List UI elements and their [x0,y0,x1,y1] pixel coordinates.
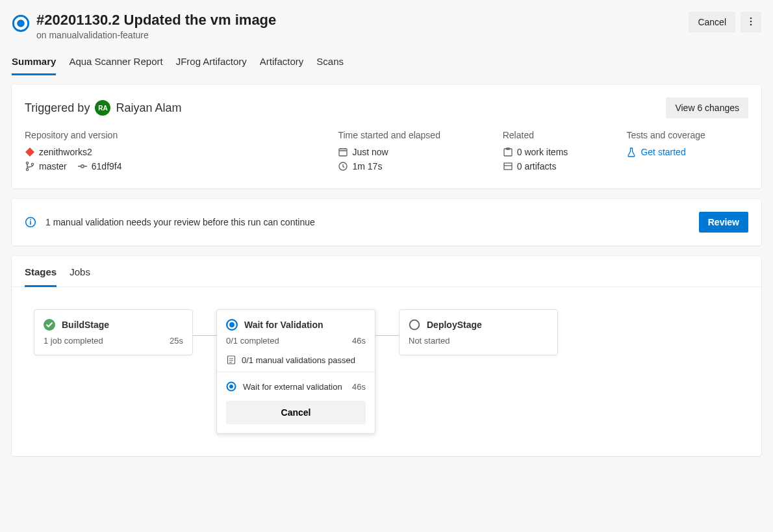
commit-hash[interactable]: 61df9f4 [92,161,122,171]
stage-connector [193,335,216,336]
checklist-icon [226,355,236,365]
stage-duration: 46s [352,336,366,346]
svg-point-20 [410,320,420,330]
validations-text: 0/1 manual validations passed [242,355,355,365]
stage-title: BuildStage [62,320,109,330]
view-changes-button[interactable]: View 6 changes [666,97,748,118]
stage-title: DeployStage [427,320,482,330]
svg-point-1 [17,19,25,27]
cancel-button[interactable]: Cancel [689,12,735,32]
commit-icon [77,161,88,171]
user-name[interactable]: Raiyan Alam [116,101,181,115]
inner-tab-stages[interactable]: Stages [25,266,57,287]
review-button[interactable]: Review [699,212,748,233]
tab-artifactory[interactable]: Artifactory [260,52,304,75]
time-elapsed: 1m 17s [352,161,382,171]
svg-point-8 [81,165,84,168]
validation-alert-text: 1 manual validation needs your review be… [45,217,690,227]
svg-point-16 [229,322,234,327]
branch-name[interactable]: master [39,161,67,171]
time-started: Just now [352,147,388,157]
stage-subtext: 1 job completed [44,336,103,346]
stage-cancel-button[interactable]: Cancel [226,401,366,424]
success-icon [44,319,55,331]
triggered-by-label: Triggered by [25,101,90,115]
stage-subtext: 0/1 completed [226,336,279,346]
tab-aqua[interactable]: Aqua Scanner Report [69,52,162,75]
stage-deploystage[interactable]: DeployStage Not started [399,309,558,355]
repo-version-label: Repository and version [25,130,322,140]
run-status-icon [12,14,30,32]
inner-tab-jobs[interactable]: Jobs [70,266,90,286]
svg-rect-12 [504,163,512,170]
artifacts-count[interactable]: 0 artifacts [517,161,557,171]
tab-jfrog[interactable]: JFrog Artifactory [176,52,247,75]
artifacts-icon [503,161,513,171]
svg-point-6 [26,168,28,170]
validation-alert: 1 manual validation needs your review be… [12,199,761,246]
main-tabs: Summary Aqua Scanner Report JFrog Artifa… [12,52,761,75]
stage-title: Wait for Validation [244,320,323,330]
summary-card: Triggered by RA Raiyan Alam View 6 chang… [12,84,761,188]
stage-buildstage[interactable]: BuildStage 1 job completed 25s [34,309,193,355]
svg-point-5 [26,162,28,164]
tab-summary[interactable]: Summary [12,52,56,75]
svg-point-19 [229,385,233,388]
stage-wait-validation[interactable]: Wait for Validation 0/1 completed 46s 0/… [216,309,375,434]
repo-name[interactable]: zenithworks2 [39,147,92,157]
clock-icon [338,161,348,171]
tests-get-started-link[interactable]: Get started [640,147,685,157]
svg-point-7 [31,163,33,165]
svg-point-2 [750,17,752,19]
svg-point-4 [750,23,752,25]
stage-subtext: Not started [409,336,450,346]
related-label: Related [503,130,611,140]
stage-connector [375,335,399,336]
svg-rect-9 [339,149,347,156]
avatar: RA [95,100,110,116]
more-actions-button[interactable] [741,12,761,32]
work-items-count[interactable]: 0 work items [517,147,568,157]
tests-label: Tests and coverage [626,130,748,140]
time-label: Time started and elapsed [338,130,487,140]
svg-point-3 [750,20,752,22]
repo-icon [25,147,35,157]
work-items-icon [503,147,513,157]
flask-icon [626,147,637,157]
stages-card: Stages Jobs BuildStage 1 job completed 2… [12,256,761,456]
page-title: #20201130.2 Updated the vm image [36,12,682,29]
stage-job-duration: 46s [352,382,366,392]
running-icon [226,319,238,331]
running-icon [226,381,236,392]
calendar-icon [338,147,348,157]
tab-scans[interactable]: Scans [316,52,344,75]
stage-job-name[interactable]: Wait for external validation [243,382,342,392]
kebab-icon [746,16,756,29]
info-icon [25,216,36,228]
notstarted-icon [409,319,420,331]
stage-duration: 25s [170,336,183,346]
branch-icon [25,161,35,171]
page-subtitle: on manualvalidation-feature [36,30,682,40]
